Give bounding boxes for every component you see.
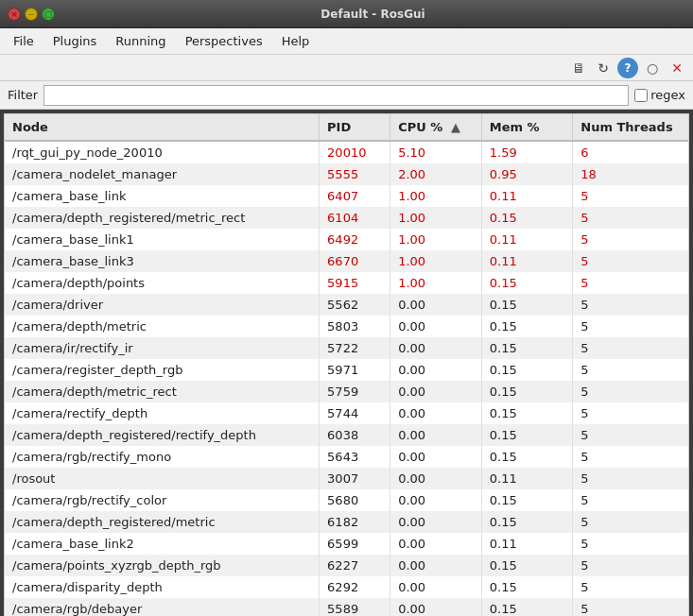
filter-input[interactable] <box>43 85 629 106</box>
cell-node: /camera/rgb/rectify_mono <box>5 446 320 468</box>
table-row: /camera/depth_registered/metric_rect6104… <box>5 207 688 229</box>
cell-pid: 6599 <box>320 533 390 555</box>
cell-threads: 5 <box>573 576 688 598</box>
toolbar: 🖥 ↻ ? ○ ✕ <box>0 55 693 81</box>
close-window-button[interactable]: × <box>8 8 21 21</box>
filter-label: Filter <box>8 88 38 102</box>
cell-node: /camera/driver <box>5 294 320 316</box>
cell-mem: 0.15 <box>481 294 573 316</box>
cell-node: /camera/depth_registered/metric_rect <box>5 207 320 229</box>
cell-threads: 5 <box>573 511 688 533</box>
col-header-threads[interactable]: Num Threads <box>573 114 688 141</box>
cell-mem: 0.15 <box>481 381 573 402</box>
cell-pid: 6227 <box>320 555 390 576</box>
cell-cpu: 0.00 <box>390 468 482 489</box>
cell-threads: 5 <box>573 207 688 229</box>
cell-threads: 5 <box>573 533 688 555</box>
table-row: /camera/register_depth_rgb59710.000.155 <box>5 359 688 381</box>
cell-threads: 5 <box>573 229 688 250</box>
cell-node: /camera/depth/metric <box>5 316 320 337</box>
table-row: /camera_nodelet_manager55552.000.9518 <box>5 163 688 185</box>
cell-pid: 5555 <box>320 163 390 185</box>
cell-cpu: 1.00 <box>390 272 482 294</box>
menu-plugins[interactable]: Plugins <box>43 30 107 52</box>
table-body: /rqt_gui_py_node_20010200105.101.596/cam… <box>5 141 688 616</box>
cell-cpu: 1.00 <box>390 229 482 250</box>
cell-threads: 5 <box>573 598 688 616</box>
cell-node: /rosout <box>5 468 320 489</box>
table-row: /camera/depth/points59151.000.155 <box>5 272 688 294</box>
col-header-node[interactable]: Node <box>5 114 320 141</box>
menu-help[interactable]: Help <box>272 30 320 52</box>
cell-threads: 5 <box>573 424 688 446</box>
col-header-mem[interactable]: Mem % <box>481 114 573 141</box>
minimize-window-button[interactable]: − <box>25 8 38 21</box>
cell-mem: 0.11 <box>481 229 573 250</box>
cell-threads: 5 <box>573 294 688 316</box>
table-row: /rosout30070.000.115 <box>5 468 688 489</box>
x-close-icon[interactable]: ✕ <box>667 58 687 78</box>
cell-mem: 0.15 <box>481 337 573 359</box>
table-row: /camera/points_xyzrgb_depth_rgb62270.000… <box>5 555 688 576</box>
cell-threads: 5 <box>573 489 688 511</box>
cell-cpu: 0.00 <box>390 489 482 511</box>
cell-mem: 0.15 <box>481 402 573 424</box>
cell-cpu: 1.00 <box>390 250 482 272</box>
cell-mem: 0.15 <box>481 576 573 598</box>
cell-pid: 5562 <box>320 294 390 316</box>
table-row: /camera/depth_registered/metric61820.000… <box>5 511 688 533</box>
cell-threads: 5 <box>573 250 688 272</box>
cell-cpu: 0.00 <box>390 598 482 616</box>
cell-cpu: 0.00 <box>390 424 482 446</box>
cell-threads: 5 <box>573 402 688 424</box>
maximize-window-button[interactable]: □ <box>42 8 55 21</box>
cell-mem: 0.15 <box>481 555 573 576</box>
cell-node: /camera/rgb/rectify_color <box>5 489 320 511</box>
menu-perspectives[interactable]: Perspectives <box>176 30 272 52</box>
circle-icon[interactable]: ○ <box>642 58 663 78</box>
col-header-pid[interactable]: PID <box>320 114 390 141</box>
cell-mem: 0.11 <box>481 185 573 207</box>
cell-mem: 0.15 <box>481 446 573 468</box>
cell-pid: 6670 <box>320 250 390 272</box>
cell-node: /camera/depth_registered/metric <box>5 511 320 533</box>
cell-cpu: 0.00 <box>390 359 482 381</box>
cell-cpu: 1.00 <box>390 185 482 207</box>
cell-cpu: 0.00 <box>390 316 482 337</box>
table-row: /rqt_gui_py_node_20010200105.101.596 <box>5 141 688 163</box>
cell-node: /camera/ir/rectify_ir <box>5 337 320 359</box>
regex-checkbox[interactable] <box>634 89 648 102</box>
menu-running[interactable]: Running <box>106 30 175 52</box>
cell-node: /camera_nodelet_manager <box>5 163 320 185</box>
cell-cpu: 0.00 <box>390 337 482 359</box>
monitor-icon[interactable]: 🖥 <box>568 58 589 78</box>
cell-mem: 0.15 <box>481 316 573 337</box>
cell-threads: 6 <box>573 141 688 163</box>
menu-file[interactable]: File <box>4 30 43 52</box>
help-icon[interactable]: ? <box>617 58 638 78</box>
cell-threads: 18 <box>573 163 688 185</box>
cell-cpu: 0.00 <box>390 402 482 424</box>
cell-cpu: 0.00 <box>390 381 482 402</box>
cell-mem: 0.15 <box>481 359 573 381</box>
regex-text: regex <box>650 88 685 102</box>
cell-threads: 5 <box>573 446 688 468</box>
cell-cpu: 2.00 <box>390 163 482 185</box>
cell-node: /camera/depth_registered/rectify_depth <box>5 424 320 446</box>
title-bar: × − □ Default - RosGui <box>0 0 693 28</box>
cell-pid: 6407 <box>320 185 390 207</box>
table-header-row: Node PID CPU % ▲ Mem % Num Threads <box>5 114 688 141</box>
col-header-cpu[interactable]: CPU % ▲ <box>390 114 482 141</box>
cell-cpu: 0.00 <box>390 446 482 468</box>
cell-cpu: 0.00 <box>390 511 482 533</box>
cell-node: /camera/rgb/debayer <box>5 598 320 616</box>
cell-node: /camera_base_link2 <box>5 533 320 555</box>
cell-cpu: 1.00 <box>390 207 482 229</box>
cell-pid: 5971 <box>320 359 390 381</box>
cell-pid: 5915 <box>320 272 390 294</box>
table-row: /camera/depth/metric_rect57590.000.155 <box>5 381 688 402</box>
cell-pid: 5643 <box>320 446 390 468</box>
cell-cpu: 0.00 <box>390 555 482 576</box>
cell-cpu: 0.00 <box>390 576 482 598</box>
refresh-icon[interactable]: ↻ <box>593 58 614 78</box>
